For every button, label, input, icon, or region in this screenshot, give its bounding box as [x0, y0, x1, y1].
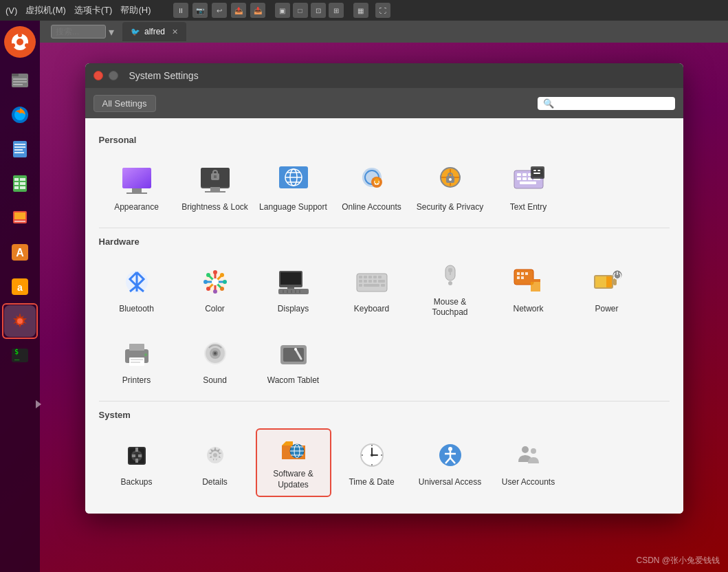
sidebar-item-calc[interactable]: [4, 168, 36, 199]
settings-search-input[interactable]: [557, 98, 667, 109]
menu-help[interactable]: 帮助(H): [120, 4, 151, 16]
fullscreen-icon[interactable]: ⛶: [375, 3, 390, 18]
menu-tab[interactable]: 选项卡(T): [74, 4, 113, 16]
sidebar-item-appinstaller[interactable]: A: [4, 236, 36, 268]
online-accounts-label: Online Accounts: [342, 202, 401, 213]
mouse-touchpad-label: Mouse & Touchpad: [415, 297, 485, 318]
setting-item-software-updates[interactable]: Software & Updates: [256, 428, 331, 497]
view3-icon[interactable]: ⊡: [311, 3, 326, 18]
svg-point-89: [206, 273, 210, 277]
search-dropdown-icon[interactable]: ▾: [109, 25, 114, 38]
bluetooth-icon: [119, 264, 155, 300]
setting-item-printers[interactable]: Printers: [99, 327, 175, 395]
search-bar: ▾: [51, 25, 114, 38]
svg-rect-94: [280, 272, 301, 285]
svg-rect-76: [538, 170, 540, 171]
setting-item-backups[interactable]: Backups: [99, 428, 175, 497]
window-close-btn[interactable]: [93, 71, 103, 80]
all-settings-button[interactable]: All Settings: [93, 95, 156, 112]
main-area: System Settings All Settings 🔍 Personal: [40, 43, 728, 572]
setting-item-brightness-lock[interactable]: Brightness & Lock: [177, 153, 253, 222]
svg-point-150: [294, 348, 297, 351]
color-icon: [197, 264, 233, 300]
language-support-icon: [276, 162, 311, 198]
settings-content: Personal: [85, 118, 683, 514]
setting-item-bluetooth[interactable]: Bluetooth: [99, 255, 175, 324]
setting-item-text-entry[interactable]: Text Entry: [491, 153, 566, 222]
svg-point-3: [25, 43, 29, 47]
setting-item-power[interactable]: Power: [569, 255, 645, 324]
tab-favicon: 🐦: [131, 28, 140, 36]
svg-rect-37: [122, 168, 151, 188]
svg-rect-77: [533, 173, 540, 174]
setting-item-wacom-tablet[interactable]: Wacom Tablet: [256, 327, 331, 395]
console-icon[interactable]: ▦: [353, 3, 368, 18]
security-privacy-label: Security & Privacy: [417, 202, 483, 213]
revert-icon[interactable]: ↩: [212, 3, 227, 18]
tab-alfred[interactable]: 🐦 alfred ✕: [122, 22, 186, 41]
network-label: Network: [513, 304, 543, 315]
software-updates-icon: [276, 434, 311, 465]
svg-point-139: [144, 353, 147, 356]
setting-item-security-privacy[interactable]: Security & Privacy: [412, 153, 488, 222]
sidebar-item-ubuntu[interactable]: [4, 26, 36, 58]
setting-item-sound[interactable]: Sound: [177, 327, 253, 395]
firefox-icon: [9, 104, 31, 126]
sidebar-item-writer[interactable]: [4, 133, 36, 165]
setting-item-user-accounts[interactable]: User Accounts: [491, 428, 566, 497]
pause-icon[interactable]: ⏸: [173, 3, 188, 18]
setting-item-language-support[interactable]: Language Support: [256, 153, 331, 222]
svg-rect-6: [12, 74, 19, 76]
view1-icon[interactable]: ▣: [275, 3, 290, 18]
setting-item-details[interactable]: Details: [177, 428, 253, 497]
security-privacy-icon: [432, 162, 468, 198]
menu-v[interactable]: (V): [5, 6, 17, 16]
universal-access-label: Universal Access: [419, 477, 481, 488]
window-minimize-btn[interactable]: [109, 71, 118, 80]
view4-icon[interactable]: ⊞: [329, 3, 344, 18]
displays-label: Displays: [278, 304, 309, 315]
sidebar-item-impress[interactable]: [4, 202, 36, 234]
setting-item-color[interactable]: Color: [177, 255, 253, 324]
svg-point-32: [17, 318, 23, 324]
amazon-icon: a: [9, 276, 31, 298]
system-items-grid: Backups Details: [99, 428, 670, 497]
search-box: 🔍: [538, 97, 675, 110]
appearance-label: Appearance: [114, 202, 159, 213]
sidebar-item-system-settings[interactable]: [4, 305, 36, 337]
tab-close-icon[interactable]: ✕: [172, 28, 178, 36]
snapshot-icon[interactable]: 📷: [192, 3, 208, 18]
setting-item-displays[interactable]: Displays: [256, 255, 331, 324]
recv-icon[interactable]: 📥: [250, 3, 265, 18]
setting-item-time-date[interactable]: Time & Date: [334, 428, 410, 497]
setting-item-universal-access[interactable]: Universal Access: [412, 428, 488, 497]
svg-rect-16: [14, 152, 24, 153]
svg-rect-7: [13, 78, 27, 80]
svg-rect-25: [14, 212, 25, 219]
svg-rect-42: [210, 187, 220, 191]
setting-item-mouse-touchpad[interactable]: Mouse & Touchpad: [412, 255, 488, 324]
sidebar-item-files[interactable]: [4, 65, 36, 96]
window-toolbar: All Settings 🔍: [85, 88, 683, 118]
svg-rect-46: [214, 175, 217, 178]
svg-rect-105: [359, 276, 362, 278]
svg-point-61: [449, 178, 452, 181]
system-section-title: System: [99, 410, 670, 420]
svg-rect-140: [131, 359, 143, 360]
sidebar-item-terminal[interactable]: _ $: [4, 340, 36, 371]
time-date-icon: [354, 437, 390, 473]
svg-point-182: [522, 446, 529, 453]
setting-item-network[interactable]: Network: [491, 255, 566, 324]
top-search-input[interactable]: [51, 25, 106, 38]
send-icon[interactable]: 📤: [231, 3, 246, 18]
setting-item-keyboard[interactable]: Keyboard: [334, 255, 410, 324]
view2-icon[interactable]: □: [293, 3, 308, 18]
menu-vm[interactable]: 虚拟机(M): [25, 4, 66, 16]
online-accounts-icon: [354, 162, 390, 198]
setting-item-online-accounts[interactable]: Online Accounts: [334, 153, 410, 222]
sidebar-item-firefox[interactable]: [4, 99, 36, 131]
setting-item-appearance[interactable]: Appearance: [99, 153, 175, 222]
sidebar-item-amazon[interactable]: a: [4, 271, 36, 302]
svg-rect-155: [135, 448, 138, 452]
svg-point-91: [220, 273, 224, 277]
